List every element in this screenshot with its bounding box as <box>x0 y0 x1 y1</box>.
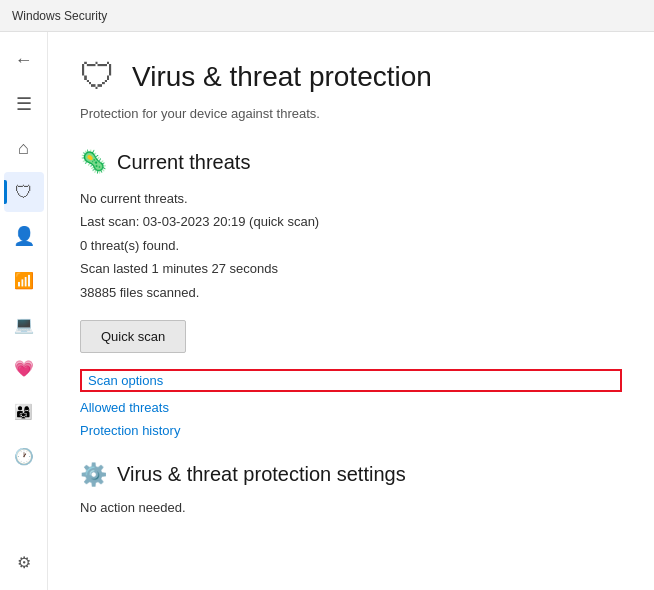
link-list: Scan options Allowed threats Protection … <box>80 369 622 438</box>
current-threats-title: Current threats <box>117 151 250 174</box>
settings-section: ⚙️ Virus & threat protection settings No… <box>80 462 622 515</box>
current-threats-icon: 🦠 <box>80 149 107 175</box>
page-header: 🛡 Virus & threat protection <box>80 56 622 98</box>
settings-section-icon: ⚙️ <box>80 462 107 488</box>
sidebar: ← ☰ ⌂ 🛡 👤 📶 💻 💗 👨‍👩‍👧 🕐 ⚙ <box>0 32 48 590</box>
scan-duration-text: Scan lasted 1 minutes 27 seconds <box>80 257 622 280</box>
sidebar-health[interactable]: 💗 <box>4 348 44 388</box>
quick-scan-label: Quick scan <box>101 329 165 344</box>
family-icon: 👨‍👩‍👧 <box>14 403 33 421</box>
sidebar-device[interactable]: 💻 <box>4 304 44 344</box>
sidebar-firewall[interactable]: 📶 <box>4 260 44 300</box>
health-icon: 💗 <box>14 359 34 378</box>
history-icon: 🕐 <box>14 447 34 466</box>
threats-found-text: 0 threat(s) found. <box>80 234 622 257</box>
last-scan-text: Last scan: 03-03-2023 20:19 (quick scan) <box>80 210 622 233</box>
device-icon: 💻 <box>14 315 34 334</box>
section-header: 🦠 Current threats <box>80 149 622 175</box>
scan-options-link[interactable]: Scan options <box>80 369 622 392</box>
sidebar-settings[interactable]: ⚙ <box>4 542 44 582</box>
app-layout: ← ☰ ⌂ 🛡 👤 📶 💻 💗 👨‍👩‍👧 🕐 ⚙ <box>0 32 654 590</box>
sidebar-back[interactable]: ← <box>4 40 44 80</box>
menu-icon: ☰ <box>16 93 32 115</box>
firewall-icon: 📶 <box>14 271 34 290</box>
no-action-text: No action needed. <box>80 500 622 515</box>
settings-section-header: ⚙️ Virus & threat protection settings <box>80 462 622 488</box>
sidebar-history[interactable]: 🕐 <box>4 436 44 476</box>
files-scanned-text: 38885 files scanned. <box>80 281 622 304</box>
quick-scan-button[interactable]: Quick scan <box>80 320 186 353</box>
settings-section-title: Virus & threat protection settings <box>117 463 406 486</box>
no-threats-text: No current threats. <box>80 187 622 210</box>
back-icon: ← <box>15 50 33 71</box>
sidebar-shield[interactable]: 🛡 <box>4 172 44 212</box>
allowed-threats-link[interactable]: Allowed threats <box>80 400 622 415</box>
page-subtitle: Protection for your device against threa… <box>80 106 622 121</box>
current-threats-section: 🦠 Current threats No current threats. La… <box>80 149 622 438</box>
protection-history-link[interactable]: Protection history <box>80 423 622 438</box>
account-icon: 👤 <box>13 225 35 247</box>
home-icon: ⌂ <box>18 138 29 159</box>
settings-gear-icon: ⚙ <box>17 553 31 572</box>
sidebar-menu[interactable]: ☰ <box>4 84 44 124</box>
shield-icon: 🛡 <box>15 182 33 203</box>
title-bar-label: Windows Security <box>12 9 107 23</box>
title-bar: Windows Security <box>0 0 654 32</box>
sidebar-home[interactable]: ⌂ <box>4 128 44 168</box>
main-content: 🛡 Virus & threat protection Protection f… <box>48 32 654 590</box>
sidebar-account[interactable]: 👤 <box>4 216 44 256</box>
sidebar-family[interactable]: 👨‍👩‍👧 <box>4 392 44 432</box>
page-title: Virus & threat protection <box>132 61 432 93</box>
threat-info: No current threats. Last scan: 03-03-202… <box>80 187 622 304</box>
page-shield-icon: 🛡 <box>80 56 116 98</box>
